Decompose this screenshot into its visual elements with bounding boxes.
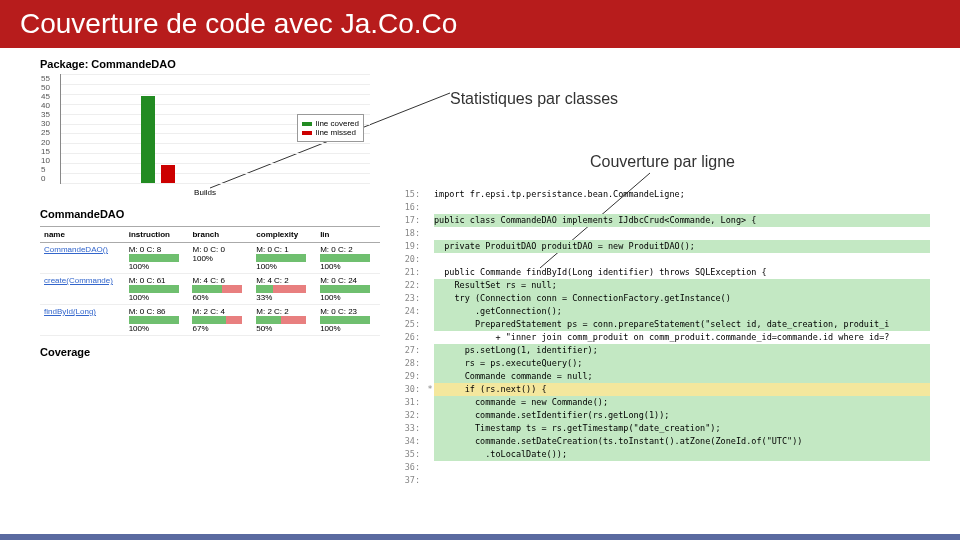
col-complexity: complexity bbox=[252, 227, 316, 243]
x-axis-label: Builds bbox=[40, 188, 370, 197]
code-line: 35: .toLocalDate()); bbox=[400, 448, 930, 461]
legend-covered-label: line covered bbox=[316, 119, 359, 128]
coverage-chart: Package: CommandeDAO 5550454035302520151… bbox=[40, 58, 370, 197]
code-line: 22: ResultSet rs = null; bbox=[400, 279, 930, 292]
table-row: CommandeDAO()M: 0 C: 8100%M: 0 C: 0100%M… bbox=[40, 243, 380, 274]
code-line: 33: Timestamp ts = rs.getTimestamp("date… bbox=[400, 422, 930, 435]
code-line: 16: bbox=[400, 201, 930, 214]
table-body: CommandeDAO()M: 0 C: 8100%M: 0 C: 0100%M… bbox=[40, 243, 380, 336]
footer-bar bbox=[0, 534, 960, 540]
code-line: 24: .getConnection(); bbox=[400, 305, 930, 318]
legend-missed-label: line missed bbox=[316, 128, 356, 137]
method-link[interactable]: findById(Long) bbox=[44, 307, 96, 316]
y-axis-labels: 5550454035302520151050 bbox=[41, 74, 50, 183]
legend-swatch-missed bbox=[302, 131, 312, 135]
col-instruction: instruction bbox=[125, 227, 189, 243]
bar-missed bbox=[161, 165, 175, 183]
code-line: 23: try (Connection conn = ConnectionFac… bbox=[400, 292, 930, 305]
col-name: name bbox=[40, 227, 125, 243]
chart-plot: 5550454035302520151050 line covered line… bbox=[60, 74, 370, 184]
col-lin: lin bbox=[316, 227, 380, 243]
coverage-label: Coverage bbox=[40, 346, 380, 358]
chart-title: Package: CommandeDAO bbox=[40, 58, 370, 70]
legend-swatch-covered bbox=[302, 122, 312, 126]
legend: line covered line missed bbox=[297, 114, 364, 142]
code-line: 27: ps.setLong(1, identifier); bbox=[400, 344, 930, 357]
code-line: 28: rs = ps.executeQuery(); bbox=[400, 357, 930, 370]
code-line: 29: Commande commande = null; bbox=[400, 370, 930, 383]
code-line: 36: bbox=[400, 461, 930, 474]
code-line: 19: private ProduitDAO produitDAO = new … bbox=[400, 240, 930, 253]
stats-table: nameinstructionbranchcomplexitylin Comma… bbox=[40, 226, 380, 336]
code-line: 34: commande.setDateCreation(ts.toInstan… bbox=[400, 435, 930, 448]
table-row: create(Commande)M: 0 C: 61100%M: 4 C: 66… bbox=[40, 274, 380, 305]
slide-title: Couverture de code avec Ja.Co.Co bbox=[0, 0, 960, 48]
method-link[interactable]: create(Commande) bbox=[44, 276, 113, 285]
code-line: 17:public class CommandeDAO implements I… bbox=[400, 214, 930, 227]
table-header-row: nameinstructionbranchcomplexitylin bbox=[40, 227, 380, 243]
code-line: 25: PreparedStatement ps = conn.prepareS… bbox=[400, 318, 930, 331]
col-branch: branch bbox=[188, 227, 252, 243]
method-link[interactable]: CommandeDAO() bbox=[44, 245, 108, 254]
code-line: 20: bbox=[400, 253, 930, 266]
code-line: 31: commande = new Commande(); bbox=[400, 396, 930, 409]
table-row: findById(Long)M: 0 C: 86100%M: 2 C: 467%… bbox=[40, 305, 380, 336]
code-line: 32: commande.setIdentifier(rs.getLong(1)… bbox=[400, 409, 930, 422]
bar-covered bbox=[141, 96, 155, 183]
table-title: CommandeDAO bbox=[40, 208, 380, 220]
code-line: 15:import fr.epsi.tp.persistance.bean.Co… bbox=[400, 188, 930, 201]
code-line: 21: public Commande findById(Long identi… bbox=[400, 266, 930, 279]
annotation-stats: Statistiques par classes bbox=[450, 90, 618, 108]
code-listing: 15:import fr.epsi.tp.persistance.bean.Co… bbox=[400, 188, 930, 487]
code-line: 26: + "inner join comm_produit on comm_p… bbox=[400, 331, 930, 344]
code-line: 37: bbox=[400, 474, 930, 487]
slide-body: Statistiques par classes Couverture par … bbox=[0, 48, 960, 88]
code-line: 30:* if (rs.next()) { bbox=[400, 383, 930, 396]
annotation-line: Couverture par ligne bbox=[590, 153, 735, 171]
coverage-table: CommandeDAO nameinstructionbranchcomplex… bbox=[40, 208, 380, 358]
code-line: 18: bbox=[400, 227, 930, 240]
